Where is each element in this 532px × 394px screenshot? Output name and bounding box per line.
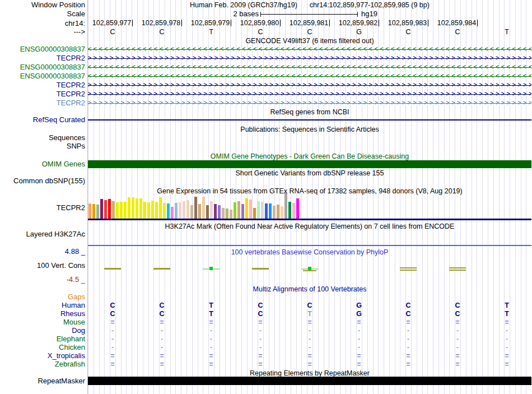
gtex-tissue-bar[interactable] [155, 202, 158, 219]
gene-track-row[interactable]: >>>>>>>>>>>>>>>>>>>>>>>>>>>>>>>>>>>>>>>>… [88, 54, 531, 62]
refseq-title: RefSeq genes from NCBI [88, 108, 531, 116]
ruler-position[interactable]: 102,859,982 [334, 20, 384, 27]
gtex-tissue-bar[interactable] [206, 205, 209, 219]
gtex-tissue-bar[interactable] [136, 198, 138, 219]
gene-track-row[interactable]: >>>>>>>>>>>>>>>>>>>>>>>>>>>>>>>>>>>>>>>>… [88, 81, 531, 89]
refseq-curated-label[interactable]: RefSeq Curated [0, 116, 85, 124]
gtex-tissue-bar[interactable] [194, 197, 197, 219]
gene-track-row[interactable]: <<<<<<<<<<<<<<<<<<<<<<<<<<<<<<<<<<<<<<<<… [88, 63, 531, 71]
repeatmasker-label[interactable]: RepeatMasker [0, 377, 85, 385]
gtex-tissue-bar[interactable] [237, 201, 240, 219]
gtex-tissue-bar[interactable] [183, 201, 185, 219]
alignment-base: - [433, 335, 482, 343]
layered-h3k27ac-label[interactable]: Layered H3K27Ac [0, 230, 85, 238]
species-label[interactable]: Zebrafish [0, 360, 85, 368]
gene-track-row[interactable]: >>>>>>>>>>>>>>>>>>>>>>>>>>>>>>>>>>>>>>>>… [88, 90, 531, 98]
gtex-tissue-bar[interactable] [186, 200, 189, 219]
gtex-tissue-bar[interactable] [202, 197, 205, 219]
refseq-curated-line[interactable] [88, 119, 531, 120]
gtex-tissue-bar[interactable] [234, 202, 236, 219]
gtex-tissue-bar[interactable] [190, 205, 193, 219]
gene-label[interactable]: ENSG00000308837 [0, 45, 85, 53]
gtex-tissue-bar[interactable] [128, 197, 130, 219]
gaps-label[interactable]: Gaps [0, 293, 85, 301]
gtex-tissue-bar[interactable] [179, 202, 181, 219]
species-label[interactable]: Mouse [0, 318, 85, 326]
gtex-tissue-bar[interactable] [104, 200, 107, 219]
ruler-position[interactable]: 102,859,977 [88, 20, 137, 27]
gtex-tissue-bar[interactable] [92, 204, 95, 219]
gtex-tissue-bar[interactable] [257, 201, 260, 219]
species-label[interactable]: Rhesus [0, 310, 85, 318]
gtex-tissue-bar[interactable] [132, 197, 134, 219]
ruler-position[interactable]: 102,859,983 [384, 20, 433, 27]
gtex-tissue-bar[interactable] [284, 193, 287, 219]
common-dbsnp-label[interactable]: Common dbSNP(155) [0, 177, 85, 185]
snps-label[interactable]: SNPs [0, 142, 85, 150]
gtex-tissue-bar[interactable] [124, 202, 127, 219]
gtex-tissue-bar[interactable] [296, 198, 299, 219]
gtex-tissue-bar[interactable] [265, 203, 268, 219]
gtex-tissue-bar[interactable] [230, 210, 232, 219]
gene-track-row[interactable]: <<<<<<<<<<<<<<<<<<<<<<<<<<<<<<<<<<<<<<<<… [88, 72, 531, 80]
gtex-tissue-bar[interactable] [226, 208, 228, 219]
gtex-tissue-bar[interactable] [171, 207, 174, 219]
ruler-position[interactable]: 102,859,984 [433, 20, 482, 27]
ruler-position[interactable]: 102,859,979 [186, 20, 236, 27]
omim-gene-bar[interactable] [88, 160, 531, 168]
repeatmasker-bar[interactable] [88, 377, 531, 385]
gtex-tissue-bar[interactable] [151, 201, 154, 219]
gtex-tissue-bar[interactable] [253, 208, 256, 219]
gtex-tissue-bar[interactable] [222, 208, 225, 219]
gene-label[interactable]: ENSG00000308837 [0, 72, 85, 80]
omim-genes-label[interactable]: OMIM Genes [0, 160, 85, 168]
gtex-tissue-bar[interactable] [241, 204, 244, 219]
gtex-tissue-bar[interactable] [273, 206, 276, 219]
gtex-tissue-bar[interactable] [281, 206, 283, 219]
gtex-tissue-bar[interactable] [100, 199, 103, 219]
gtex-tissue-bar[interactable] [139, 198, 142, 219]
gtex-tissue-bar[interactable] [210, 201, 213, 219]
gtex-tissue-bar[interactable] [175, 203, 178, 219]
species-label[interactable]: X_tropicalis [0, 352, 85, 360]
gene-label[interactable]: TECPR2 [0, 81, 85, 89]
gene-label[interactable]: TECPR2 [0, 54, 85, 62]
gtex-tissue-bar[interactable] [116, 202, 119, 219]
species-label[interactable]: Chicken [0, 344, 85, 351]
gtex-tissue-bar[interactable] [147, 202, 150, 219]
gtex-tissue-bar[interactable] [159, 197, 162, 219]
ruler-position[interactable]: 102,859,981 [285, 20, 334, 27]
gtex-tissue-bar[interactable] [277, 205, 279, 219]
gtex-tissue-bar[interactable] [143, 202, 146, 219]
sequences-label[interactable]: Sequences [0, 134, 85, 142]
gtex-tissue-bar[interactable] [288, 202, 291, 219]
gtex-tissue-bar[interactable] [112, 201, 115, 219]
gene-label[interactable]: TECPR2 [0, 90, 85, 98]
ruler-position[interactable]: 102,859,978 [137, 20, 186, 27]
gtex-tissue-bar[interactable] [198, 204, 201, 219]
gtex-tissue-bar[interactable] [218, 205, 221, 219]
gtex-tissue-bar[interactable] [96, 205, 99, 219]
species-label[interactable]: Dog [0, 327, 85, 335]
gtex-tissue-bar[interactable] [167, 203, 170, 219]
ruler-position[interactable]: 102,859,980 [236, 20, 285, 27]
gtex-tissue-bar[interactable] [120, 202, 123, 219]
gtex-tissue-bar[interactable] [245, 198, 248, 219]
gtex-tissue-bar[interactable] [108, 199, 111, 219]
gtex-gene-label[interactable]: TECPR2 [0, 204, 85, 212]
species-label[interactable]: Elephant [0, 335, 85, 343]
gene-label[interactable]: TECPR2 [0, 99, 85, 107]
gene-label[interactable]: ENSG00000308837 [0, 63, 85, 71]
species-label[interactable]: Human [0, 302, 85, 309]
gtex-tissue-bar[interactable] [292, 203, 295, 219]
gene-track-row[interactable]: >>>>>>>>>>>>>>>>>>>>>>>>>>>>>>>>>>>>>>>>… [88, 99, 531, 107]
gtex-tissue-bar[interactable] [261, 202, 264, 219]
gtex-tissue-bar[interactable] [163, 203, 166, 219]
gene-track-row[interactable]: <<<<<<<<<<<<<<<<<<<<<<<<<<<<<<<<<<<<<<<<… [88, 45, 531, 53]
gtex-tissue-bar[interactable] [214, 204, 217, 219]
gtex-tissue-bar[interactable] [249, 200, 252, 219]
gtex-tissue-bar[interactable] [88, 203, 91, 219]
gtex-tissue-bar[interactable] [269, 203, 272, 219]
strand-chevrons: <<<<<<<<<<<<<<<<<<<<<<<<<<<<<<<<<<<<<<<<… [88, 45, 531, 53]
phylop-track-label[interactable]: 100 Vert. Cons [0, 262, 85, 270]
